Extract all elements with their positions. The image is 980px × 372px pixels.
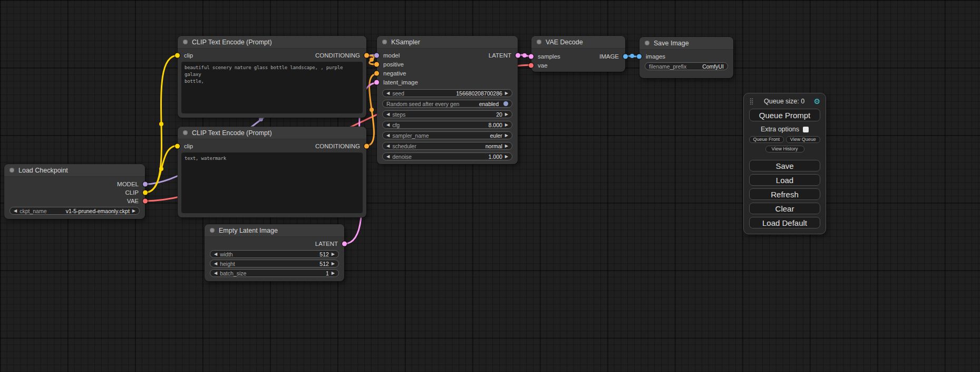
queue-front-button[interactable]: Queue Front [749,136,784,143]
node-title-bar[interactable]: Empty Latent Image [205,224,344,237]
increment-arrow-icon[interactable]: ▶ [505,112,508,117]
output-dot-latent[interactable] [516,53,520,58]
widget-label: ckpt_name [20,208,46,214]
queue-panel-header: ⣿ Queue size: 0 ⚙ [749,97,820,106]
increment-arrow-icon[interactable]: ▶ [332,262,335,266]
widget-scheduler[interactable]: ◀ scheduler normal ▶ [382,142,512,150]
extra-options-checkbox[interactable] [803,127,809,132]
widget-height[interactable]: ◀ height 512 ▶ [210,260,339,268]
output-dot-conditioning[interactable] [364,144,369,149]
input-label-clip: clip [184,52,193,59]
decrement-arrow-icon[interactable]: ◀ [386,133,390,138]
increment-arrow-icon[interactable]: ▶ [505,144,508,148]
decrement-arrow-icon[interactable]: ◀ [386,155,390,159]
input-dot-latent-image[interactable] [374,80,379,84]
output-dot-image[interactable] [623,54,628,59]
drag-handle-icon[interactable]: ⣿ [749,98,754,105]
load-button[interactable]: Load [749,174,820,186]
node-clip-text-encode-positive[interactable]: CLIP Text Encode (Prompt) clip CONDITION… [178,36,366,118]
decrement-arrow-icon[interactable]: ◀ [386,123,390,127]
widget-denoise[interactable]: ◀ denoise 1.000 ▶ [382,152,512,160]
widget-label: sampler_name [392,132,429,139]
input-dot-model[interactable] [374,53,379,58]
collapse-dot[interactable] [183,130,188,135]
widget-filename-prefix[interactable]: filename_prefix ComfyUI [645,62,728,70]
node-save-image[interactable]: Save Image images filename_prefix ComfyU… [639,37,733,78]
node-title-bar[interactable]: CLIP Text Encode (Prompt) [178,36,366,49]
slot-row: negative [377,69,518,78]
input-label-model: model [383,52,400,59]
collapse-dot[interactable] [9,168,14,173]
output-label-latent: LATENT [315,241,338,247]
node-title-bar[interactable]: Save Image [639,37,733,50]
toggle-knob[interactable] [503,101,508,106]
output-dot-latent[interactable] [342,242,347,246]
widget-steps[interactable]: ◀ steps 20 ▶ [382,110,512,118]
widget-batch-size[interactable]: ◀ batch_size 1 ▶ [210,269,339,277]
widget-label: denoise [392,154,412,160]
node-empty-latent-image[interactable]: Empty Latent Image LATENT ◀ width 512 ▶ … [205,224,344,281]
slot-row: VAE [4,197,145,205]
input-dot-images[interactable] [637,54,642,59]
prompt-textarea[interactable]: text, watermark [181,152,363,213]
widget-sampler-name[interactable]: ◀ sampler_name euler ▶ [382,131,512,139]
increment-arrow-icon[interactable]: ▶ [332,271,335,275]
increment-arrow-icon[interactable]: ▶ [505,123,508,127]
widget-value: 156680208700286 [456,90,502,97]
node-vae-decode[interactable]: VAE Decode samples IMAGE vae [531,36,625,72]
increment-arrow-icon[interactable]: ▶ [505,155,508,159]
decrement-arrow-icon[interactable]: ◀ [386,144,390,148]
output-dot-clip[interactable] [143,190,148,195]
increment-arrow-icon[interactable]: ▶ [332,252,335,256]
increment-arrow-icon[interactable]: ▶ [505,133,508,138]
graph-canvas[interactable]: Load Checkpoint MODEL CLIP VAE ◀ ckpt_na… [0,0,980,372]
node-title-bar[interactable]: CLIP Text Encode (Prompt) [178,127,366,139]
load-default-button[interactable]: Load Default [749,217,820,228]
collapse-dot[interactable] [645,41,649,45]
node-title-bar[interactable]: VAE Decode [531,36,625,49]
decrement-arrow-icon[interactable]: ◀ [14,209,17,213]
output-dot-vae[interactable] [143,199,148,204]
input-dot-clip[interactable] [175,144,180,149]
collapse-dot[interactable] [537,40,541,44]
view-queue-button[interactable]: View Queue [786,136,821,143]
input-dot-clip[interactable] [175,53,180,58]
widget-label: scheduler [392,143,416,149]
increment-arrow-icon[interactable]: ▶ [505,91,508,96]
widget-cfg[interactable]: ◀ cfg 8.000 ▶ [382,121,512,129]
settings-gear-icon[interactable]: ⚙ [813,97,820,106]
input-dot-positive[interactable] [374,62,379,66]
node-title: VAE Decode [546,39,583,46]
node-title-bar[interactable]: Load Checkpoint [4,164,145,177]
clear-button[interactable]: Clear [749,203,820,214]
widget-seed[interactable]: ◀ seed 156680208700286 ▶ [382,89,512,97]
queue-prompt-button[interactable]: Queue Prompt [749,109,820,121]
decrement-arrow-icon[interactable]: ◀ [214,262,217,266]
save-button[interactable]: Save [749,160,820,171]
input-dot-vae[interactable] [529,63,533,68]
node-title-bar[interactable]: KSampler [377,36,518,49]
collapse-dot[interactable] [382,40,387,44]
input-dot-samples[interactable] [529,54,533,59]
node-ksampler[interactable]: KSampler model LATENT positive negative … [377,36,518,164]
increment-arrow-icon[interactable]: ▶ [132,209,135,213]
node-load-checkpoint[interactable]: Load Checkpoint MODEL CLIP VAE ◀ ckpt_na… [4,164,145,219]
widget-random-seed-toggle[interactable]: Random seed after every gen enabled [382,100,512,108]
output-dot-model[interactable] [143,182,148,187]
view-history-button[interactable]: View History [765,146,804,152]
widget-ckpt-name[interactable]: ◀ ckpt_name v1-5-pruned-emaonly.ckpt ▶ [9,207,140,215]
collapse-dot[interactable] [210,228,215,233]
decrement-arrow-icon[interactable]: ◀ [386,91,390,96]
input-dot-negative[interactable] [374,71,379,75]
decrement-arrow-icon[interactable]: ◀ [214,271,217,275]
slot-row: vae [531,61,625,70]
node-clip-text-encode-negative[interactable]: CLIP Text Encode (Prompt) clip CONDITION… [178,127,366,217]
widget-width[interactable]: ◀ width 512 ▶ [210,250,339,258]
output-dot-conditioning[interactable] [364,53,369,58]
decrement-arrow-icon[interactable]: ◀ [214,252,217,256]
collapse-dot[interactable] [183,40,188,44]
decrement-arrow-icon[interactable]: ◀ [386,112,390,117]
prompt-textarea[interactable]: beautiful scenery nature glass bottle la… [181,62,363,113]
refresh-button[interactable]: Refresh [749,188,820,200]
widget-label: cfg [392,122,400,128]
